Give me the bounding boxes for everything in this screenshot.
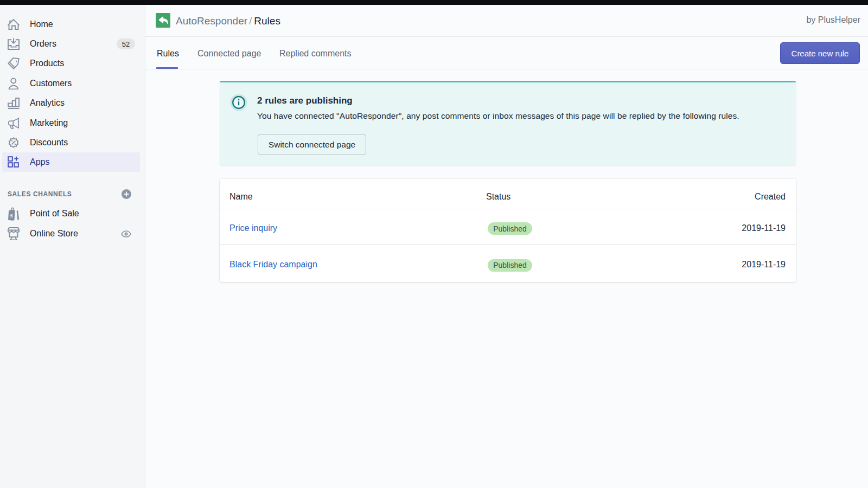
svg-text:s: s [10,211,13,219]
